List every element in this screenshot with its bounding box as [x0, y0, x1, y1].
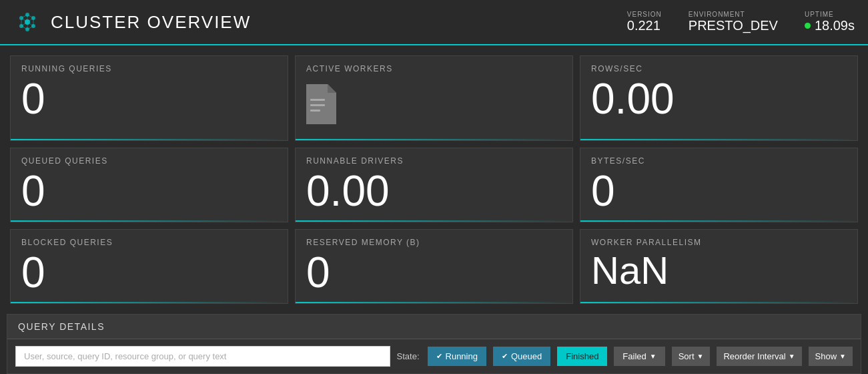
stat-queued-queries-value: 0 [21, 170, 277, 212]
stat-runnable-drivers-label: RUNNABLE DRIVERS [306, 156, 562, 166]
stat-blocked-queries-value: 0 [21, 251, 277, 294]
filter-running-button[interactable]: ✔ Running [428, 347, 486, 366]
environment-meta: ENVIRONMENT PRESTO_DEV [689, 11, 778, 33]
page-title: CLUSTER OVERVIEW [51, 12, 251, 33]
stat-running-queries: RUNNING QUERIES 0 [10, 55, 288, 141]
worker-icon [306, 84, 336, 124]
filter-finished-button[interactable]: Finished [557, 347, 607, 366]
query-details-header: QUERY DETAILS [7, 315, 861, 339]
stat-runnable-drivers: RUNNABLE DRIVERS 0.00 [295, 148, 573, 222]
stat-worker-parallelism-label: WORKER PARALLELISM [591, 238, 847, 247]
reorder-dropdown-arrow-icon: ▼ [789, 353, 795, 360]
presto-logo-icon [13, 8, 41, 36]
show-button[interactable]: Show ▼ [809, 347, 853, 366]
svg-marker-20 [328, 84, 336, 93]
query-details-section: QUERY DETAILS State: ✔ Running ✔ Queued … [7, 314, 861, 374]
header-right: VERSION 0.221 ENVIRONMENT PRESTO_DEV UPT… [627, 11, 855, 33]
header: CLUSTER OVERVIEW VERSION 0.221 ENVIRONME… [0, 0, 868, 45]
filter-failed-button[interactable]: Failed ▼ [614, 347, 665, 366]
uptime-value: 18.09s [805, 18, 855, 33]
stat-queued-queries: QUEUED QUERIES 0 [10, 148, 288, 222]
svg-rect-22 [310, 104, 325, 106]
stat-bytes-sec-value: 0 [591, 170, 847, 212]
filter-queued-label: Queued [511, 351, 542, 361]
stat-blocked-queries: BLOCKED QUERIES 0 [10, 229, 288, 304]
reorder-interval-button[interactable]: Reorder Interval ▼ [717, 347, 801, 366]
filter-running-label: Running [446, 351, 478, 361]
stat-worker-parallelism: WORKER PARALLELISM NaN [580, 229, 858, 304]
svg-rect-21 [310, 99, 325, 101]
svg-rect-23 [310, 110, 320, 112]
stats-grid: RUNNING QUERIES 0 ACTIVE WORKERS ROWS/SE… [0, 45, 868, 307]
failed-dropdown-arrow-icon: ▼ [650, 353, 657, 360]
version-value: 0.221 [627, 18, 661, 33]
stat-rows-sec-label: ROWS/SEC [591, 64, 847, 73]
stat-blocked-queries-label: BLOCKED QUERIES [21, 238, 277, 247]
header-left: CLUSTER OVERVIEW [13, 8, 251, 36]
stat-runnable-drivers-value: 0.00 [306, 170, 562, 212]
sort-label: Sort [679, 351, 695, 361]
stat-queued-queries-label: QUEUED QUERIES [21, 156, 277, 166]
stat-bytes-sec-label: BYTES/SEC [591, 156, 847, 166]
uptime-text: 18.09s [815, 18, 855, 33]
uptime-meta: UPTIME 18.09s [805, 11, 855, 33]
stat-reserved-memory-label: RESERVED MEMORY (B) [306, 238, 562, 247]
uptime-label: UPTIME [805, 11, 834, 18]
query-details-toolbar: State: ✔ Running ✔ Queued Finished Faile… [7, 339, 861, 373]
filter-finished-label: Finished [566, 351, 598, 361]
active-workers-icon-area [306, 77, 562, 131]
version-label: VERSION [627, 11, 662, 18]
stat-running-queries-label: RUNNING QUERIES [21, 64, 277, 73]
stat-reserved-memory: RESERVED MEMORY (B) 0 [295, 229, 573, 304]
stat-rows-sec-value: 0.00 [591, 77, 847, 120]
uptime-status-dot [805, 23, 811, 29]
version-meta: VERSION 0.221 [627, 11, 662, 33]
running-check-icon: ✔ [436, 352, 442, 361]
show-dropdown-arrow-icon: ▼ [839, 353, 846, 360]
stat-rows-sec: ROWS/SEC 0.00 [580, 55, 858, 141]
stat-worker-parallelism-value: NaN [591, 251, 847, 290]
reorder-interval-label: Reorder Interval [723, 351, 785, 361]
stat-active-workers: ACTIVE WORKERS [295, 55, 573, 141]
stat-running-queries-value: 0 [21, 77, 277, 120]
environment-label: ENVIRONMENT [689, 11, 745, 18]
stat-active-workers-label: ACTIVE WORKERS [306, 64, 562, 73]
stat-reserved-memory-value: 0 [306, 251, 562, 294]
filter-queued-button[interactable]: ✔ Queued [493, 347, 550, 366]
filter-failed-label: Failed [622, 351, 646, 361]
search-input[interactable] [15, 346, 390, 367]
show-label: Show [815, 351, 837, 361]
sort-dropdown-arrow-icon: ▼ [697, 353, 704, 360]
sort-button[interactable]: Sort ▼ [672, 347, 711, 366]
queued-check-icon: ✔ [502, 352, 508, 361]
stat-bytes-sec: BYTES/SEC 0 [580, 148, 858, 222]
state-label: State: [397, 351, 420, 361]
environment-value: PRESTO_DEV [689, 18, 778, 33]
